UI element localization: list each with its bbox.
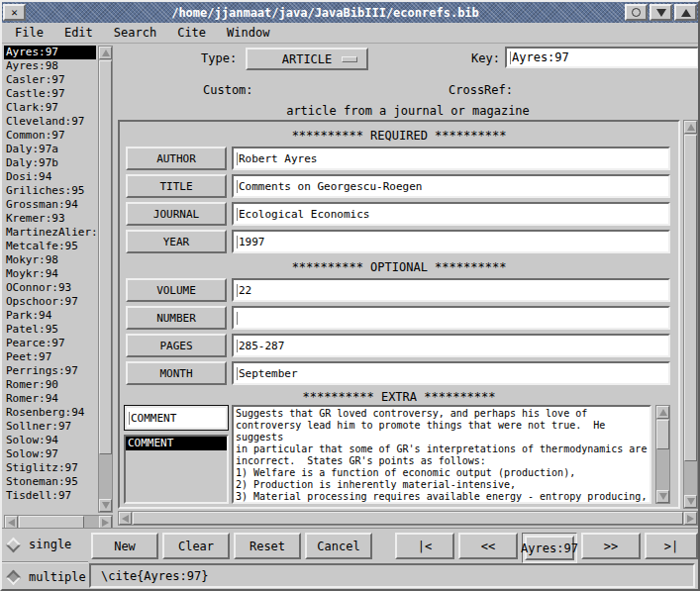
scroll-left-icon[interactable]: [119, 512, 132, 525]
nav-prev-button[interactable]: <<: [458, 533, 518, 559]
list-item[interactable]: Common:97: [4, 129, 96, 143]
number-field-label[interactable]: NUMBER: [126, 306, 227, 330]
list-item[interactable]: Patel:95: [4, 323, 96, 337]
scroll-right-icon[interactable]: [684, 512, 697, 525]
text-caret: [510, 51, 511, 64]
list-item[interactable]: Kremer:93: [4, 212, 96, 226]
volume-input[interactable]: 22: [232, 278, 670, 302]
pages-input[interactable]: 285-287: [232, 334, 670, 357]
extra-field-name-input[interactable]: COMMENT: [124, 405, 229, 431]
author-field-label[interactable]: AUTHOR: [126, 147, 227, 170]
nav-next-button[interactable]: >>: [581, 533, 641, 559]
key-list-vscrollbar[interactable]: [98, 46, 113, 513]
single-mode-radio[interactable]: single: [8, 538, 71, 551]
list-item[interactable]: Grossman:94: [4, 198, 96, 212]
list-item[interactable]: Ayres:97: [4, 46, 96, 59]
journal-field-label[interactable]: JOURNAL: [126, 202, 227, 226]
menu-file[interactable]: File: [10, 24, 49, 42]
title-input[interactable]: Comments on Georgescu-Roegen: [232, 174, 670, 198]
list-item[interactable]: Pearce:97: [4, 337, 96, 350]
list-item[interactable]: Dosi:94: [4, 170, 96, 184]
list-item[interactable]: Ayres:98: [4, 59, 96, 73]
list-item[interactable]: Cleveland:97: [4, 115, 96, 129]
panel-hscrollbar[interactable]: [118, 511, 698, 526]
scroll-up-icon[interactable]: [99, 47, 112, 59]
type-dropdown[interactable]: ARTICLE: [246, 48, 368, 70]
list-item[interactable]: Romer:94: [4, 392, 96, 406]
list-item[interactable]: Mokyr:98: [4, 253, 96, 267]
list-item[interactable]: Tisdell:97: [4, 489, 96, 503]
year-input[interactable]: 1997: [232, 230, 670, 253]
reset-button[interactable]: Reset: [234, 533, 301, 559]
list-item[interactable]: Casler:97: [4, 73, 96, 87]
list-item[interactable]: Opschoor:97: [4, 295, 96, 309]
month-field-label[interactable]: MONTH: [126, 361, 227, 385]
month-input[interactable]: September: [232, 361, 670, 385]
comment-vscrollbar[interactable]: [655, 405, 670, 504]
scroll-down-icon[interactable]: [656, 490, 669, 503]
list-item[interactable]: Park:94: [4, 309, 96, 323]
scroll-down-icon[interactable]: [684, 495, 697, 508]
comment-vscroll-thumb[interactable]: [656, 420, 669, 449]
list-item[interactable]: COMMENT: [126, 437, 227, 450]
new-button[interactable]: New: [91, 533, 158, 559]
title-field-label[interactable]: TITLE: [126, 174, 227, 198]
list-item[interactable]: Rosenberg:94: [4, 406, 96, 420]
nav-current-button[interactable]: Ayres:97: [525, 536, 574, 560]
nav-last-button[interactable]: >|: [645, 533, 698, 559]
list-item[interactable]: Daly:97a: [4, 143, 96, 156]
list-item[interactable]: OConnor:93: [4, 281, 96, 295]
title-bar[interactable]: ✕ /home/jjanmaat/java/JavaBibIII/econref…: [2, 2, 698, 23]
list-item[interactable]: Griliches:95: [4, 184, 96, 198]
scroll-up-icon[interactable]: [684, 121, 697, 134]
key-input[interactable]: Ayres:97: [505, 47, 699, 68]
pages-field-label[interactable]: PAGES: [126, 334, 227, 357]
list-item[interactable]: Moykr:94: [4, 267, 96, 281]
list-item[interactable]: Romer:90: [4, 378, 96, 392]
close-window-icon[interactable]: ✕: [3, 4, 26, 21]
journal-input[interactable]: Ecological Economics: [232, 202, 670, 226]
list-item[interactable]: Castle:97: [4, 87, 96, 101]
panel-vscrollbar[interactable]: [683, 120, 698, 509]
iconify-icon[interactable]: [650, 4, 672, 21]
comment-textarea[interactable]: Suggests that GR loved controversy, and …: [232, 405, 651, 504]
fields-panel: ********** REQUIRED ********** AUTHOR Ro…: [118, 120, 680, 509]
list-item[interactable]: Metcalfe:95: [4, 240, 96, 253]
scroll-down-icon[interactable]: [99, 499, 112, 512]
menu-edit[interactable]: Edit: [59, 24, 98, 42]
author-input[interactable]: Robert Ayres: [232, 147, 670, 170]
list-item[interactable]: Clark:97: [4, 101, 96, 115]
menu-window[interactable]: Window: [222, 24, 274, 42]
circle-menu-icon[interactable]: [625, 4, 648, 21]
bottom-controls: single multiple New Clear Reset Cancel |…: [2, 528, 698, 589]
scroll-up-icon[interactable]: [656, 406, 669, 419]
key-list-vscroll-thumb[interactable]: [99, 60, 112, 454]
list-item[interactable]: Daly:97b: [4, 156, 96, 170]
clear-button[interactable]: Clear: [162, 533, 230, 559]
list-item[interactable]: Sollner:97: [4, 420, 96, 434]
key-label: Key:: [471, 51, 500, 65]
cancel-button[interactable]: Cancel: [305, 533, 372, 559]
menu-cite[interactable]: Cite: [172, 24, 211, 42]
list-item[interactable]: Solow:94: [4, 434, 96, 447]
list-item[interactable]: MartinezAlier:9: [4, 226, 96, 240]
list-item[interactable]: Perrings:97: [4, 364, 96, 378]
single-mode-label: single: [29, 538, 71, 551]
menu-search[interactable]: Search: [109, 24, 161, 42]
list-item[interactable]: Stiglitz:97: [4, 461, 96, 475]
volume-field-label[interactable]: VOLUME: [126, 278, 227, 302]
list-item[interactable]: Stoneman:95: [4, 475, 96, 489]
list-item[interactable]: Peet:97: [4, 350, 96, 364]
number-input[interactable]: [232, 306, 670, 330]
maximize-icon[interactable]: [674, 4, 697, 21]
key-list[interactable]: Ayres:97Ayres:98Casler:97Castle:97Clark:…: [4, 46, 96, 503]
multiple-mode-radio[interactable]: multiple: [8, 570, 86, 584]
panel-hscroll-thumb[interactable]: [133, 512, 683, 525]
panel-vscroll-thumb[interactable]: [684, 135, 697, 461]
type-value: ARTICLE: [282, 52, 333, 66]
list-item[interactable]: Solow:97: [4, 447, 96, 461]
year-field-label[interactable]: YEAR: [126, 230, 227, 253]
extra-field-listbox[interactable]: COMMENT: [124, 435, 229, 504]
cite-command-field[interactable]: \cite{Ayres:97}: [89, 563, 695, 588]
nav-first-button[interactable]: |<: [395, 533, 454, 559]
